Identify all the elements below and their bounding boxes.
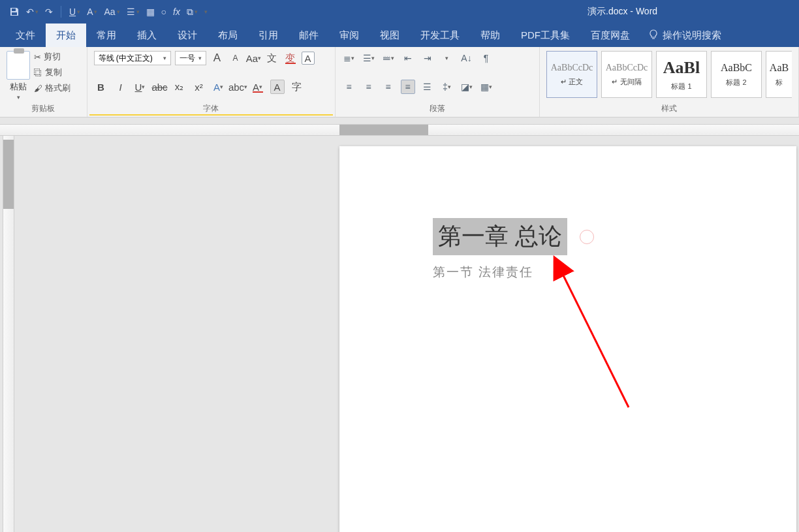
clipboard-group: 粘贴 ▾ ✂ 剪切 ⿻ 复制 🖌 格式刷 剪贴板 [0, 47, 87, 117]
paragraph-group-label: 段落 [342, 103, 533, 114]
line-spacing-button[interactable]: ‡▾ [440, 80, 454, 94]
char-shading-button[interactable]: A [270, 80, 285, 94]
styles-group: AaBbCcDc ↵ 正文 AaBbCcDc ↵ 无间隔 AaBl 标题 1 A… [540, 47, 799, 117]
tab-home[interactable]: 开始 [46, 23, 86, 47]
tab-insert[interactable]: 插入 [127, 23, 167, 47]
sort-button[interactable]: A↓ [460, 51, 474, 65]
svg-rect-0 [12, 8, 16, 11]
paragraph-marks-button[interactable]: ¶ [479, 51, 494, 65]
borders-button[interactable]: ▦▾ [479, 80, 494, 94]
tell-me-label: 操作说明搜索 [663, 29, 721, 42]
clipboard-group-label: 剪贴板 [7, 103, 80, 114]
font-group-label: 字体 [94, 103, 328, 114]
font-color-button[interactable]: A▾ [251, 80, 265, 94]
style-heading-2[interactable]: AaBbC 标题 2 [711, 51, 762, 98]
italic-button[interactable]: I [114, 80, 128, 94]
undo-button[interactable]: ↶▾ [26, 7, 39, 17]
multilevel-list-button[interactable]: ⩸▾ [381, 51, 396, 65]
tab-file[interactable]: 文件 [5, 23, 46, 47]
tab-baidu[interactable]: 百度网盘 [580, 23, 640, 47]
paragraph-group: ≣▾ ☰▾ ⩸▾ ⇤ ⇥ ▾ A↓ ¶ ≡ ≡ ≡ ≡ ☰ ‡▾ ◪▾ ▦▾ 段… [336, 47, 540, 117]
tab-design[interactable]: 设计 [167, 23, 208, 47]
qat-underline-button[interactable]: U▾ [69, 7, 80, 17]
ribbon-tabs: 文件 开始 常用 插入 设计 布局 引用 邮件 审阅 视图 开发工具 帮助 PD… [0, 23, 799, 47]
style-heading-1[interactable]: AaBl 标题 1 [656, 51, 707, 98]
clear-formatting-button[interactable]: A [302, 52, 315, 65]
svg-rect-1 [12, 12, 17, 15]
brush-icon: 🖌 [34, 84, 42, 93]
text-effects-button[interactable]: A▾ [212, 80, 226, 94]
qat-fx-button[interactable]: fx [173, 7, 180, 17]
tab-references[interactable]: 引用 [248, 23, 289, 47]
tab-layout[interactable]: 布局 [208, 23, 248, 47]
change-case-button[interactable]: Aa▾ [247, 51, 261, 65]
selected-heading-text[interactable]: 第一章 总论 [433, 218, 567, 255]
clipboard-icon [7, 51, 30, 80]
qat-font-style-button[interactable]: A▾ [87, 7, 97, 17]
ltr-button[interactable]: ▾ [440, 51, 454, 65]
shrink-font-button[interactable]: A [228, 51, 243, 65]
title-bar: ↶▾ ↷ U▾ A▾ Aa▾ ☰▾ ▦ ○ fx ⧉▾ ▾ 演示.docx - … [0, 0, 799, 23]
document-workspace: L 第一章 总论 第一节 法律责任 [0, 117, 799, 532]
save-button[interactable] [9, 7, 20, 17]
qat-case-button[interactable]: Aa▾ [104, 7, 119, 17]
tab-developer[interactable]: 开发工具 [410, 23, 470, 47]
cut-button[interactable]: ✂ 剪切 [34, 51, 70, 63]
subscript-button[interactable]: x₂ [172, 80, 187, 94]
horizontal-ruler[interactable] [0, 124, 799, 136]
document-page[interactable]: 第一章 总论 第一节 法律责任 [339, 146, 796, 532]
phonetic-guide-button[interactable]: 文 [265, 51, 279, 65]
bold-button[interactable]: B [94, 80, 108, 94]
copy-icon: ⿻ [34, 68, 42, 78]
selection-handle[interactable] [580, 230, 594, 244]
qat-screenshot-button[interactable]: ⧉▾ [187, 7, 198, 18]
tab-common[interactable]: 常用 [86, 23, 127, 47]
copy-button[interactable]: ⿻ 复制 [34, 67, 70, 78]
qat-table-button[interactable]: ▦ [146, 7, 155, 17]
tab-pdf-tools[interactable]: PDF工具集 [510, 23, 580, 47]
tab-help[interactable]: 帮助 [470, 23, 510, 47]
align-left-button[interactable]: ≡ [342, 80, 356, 94]
align-justify-button[interactable]: ≡ [401, 80, 415, 94]
align-center-button[interactable]: ≡ [362, 80, 376, 94]
font-size-combo[interactable]: 一号▾ [175, 51, 206, 65]
qat-list-button[interactable]: ☰▾ [127, 7, 140, 17]
ribbon: 粘贴 ▾ ✂ 剪切 ⿻ 复制 🖌 格式刷 剪贴板 [0, 47, 799, 117]
char-border-button[interactable]: 变 [283, 51, 298, 65]
scissors-icon: ✂ [34, 52, 41, 62]
strikethrough-button[interactable]: abc [153, 80, 167, 94]
qat-customize-button[interactable]: ▾ [204, 8, 208, 15]
enclosed-char-button[interactable]: 字 [290, 80, 304, 94]
lightbulb-icon [648, 29, 659, 42]
paste-button[interactable]: 粘贴 ▾ [7, 51, 30, 101]
align-right-button[interactable]: ≡ [381, 80, 396, 94]
tab-view[interactable]: 视图 [369, 23, 410, 47]
underline-button[interactable]: U▾ [133, 80, 148, 94]
tab-review[interactable]: 审阅 [329, 23, 369, 47]
redo-button[interactable]: ↷ [45, 7, 53, 17]
grow-font-button[interactable]: A [210, 51, 225, 65]
font-name-combo[interactable]: 等线 (中文正文)▾ [94, 51, 171, 65]
styles-group-label: 样式 [546, 103, 792, 114]
quick-access-toolbar: ↶▾ ↷ U▾ A▾ Aa▾ ☰▾ ▦ ○ fx ⧉▾ ▾ [0, 6, 208, 18]
qat-shape-button[interactable]: ○ [161, 7, 166, 17]
vertical-ruler[interactable] [3, 136, 14, 532]
svg-line-3 [562, 273, 629, 407]
font-group: 等线 (中文正文)▾ 一号▾ A A Aa▾ 文 变 A B I U▾ abc … [87, 47, 336, 117]
tell-me-search[interactable]: 操作说明搜索 [640, 23, 729, 47]
bullets-button[interactable]: ≣▾ [342, 51, 356, 65]
style-no-spacing[interactable]: AaBbCcDc ↵ 无间隔 [601, 51, 652, 98]
numbering-button[interactable]: ☰▾ [362, 51, 376, 65]
style-normal[interactable]: AaBbCcDc ↵ 正文 [546, 51, 597, 98]
shading-button[interactable]: ◪▾ [460, 80, 474, 94]
highlight-button[interactable]: abc▾ [231, 80, 245, 94]
format-painter-button[interactable]: 🖌 格式刷 [34, 82, 70, 94]
subheading-text[interactable]: 第一节 法律责任 [433, 264, 533, 281]
increase-indent-button[interactable]: ⇥ [420, 51, 435, 65]
distribute-text-button[interactable]: ☰ [420, 80, 435, 94]
style-heading-3[interactable]: AaB 标 [766, 51, 792, 98]
tab-mailings[interactable]: 邮件 [289, 23, 329, 47]
window-title: 演示.docx - Word [588, 0, 657, 23]
decrease-indent-button[interactable]: ⇤ [401, 51, 415, 65]
superscript-button[interactable]: x² [192, 80, 206, 94]
